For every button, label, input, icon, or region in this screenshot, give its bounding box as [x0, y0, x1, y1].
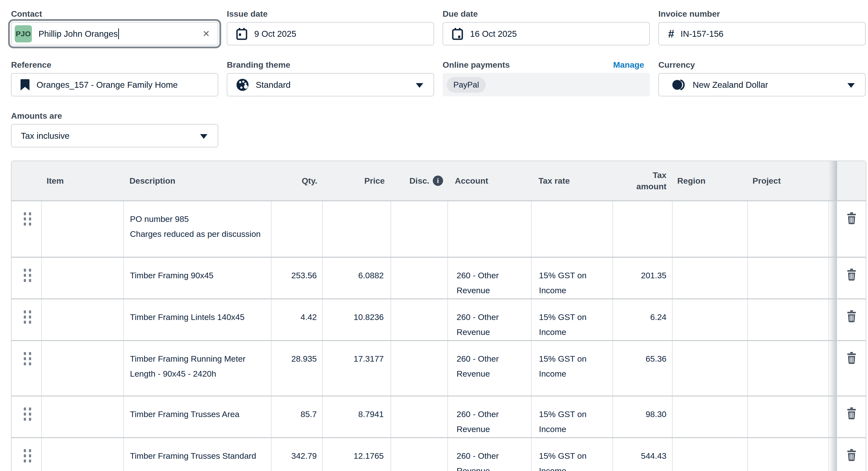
paypal-badge: PayPal [447, 77, 486, 93]
cell-account[interactable]: 260 - Other Revenue [447, 438, 531, 471]
scrollbar-track[interactable] [829, 201, 837, 257]
scrollbar-track[interactable] [829, 300, 837, 340]
cell-item[interactable] [41, 438, 123, 471]
cell-tax-rate[interactable]: 15% GST on Income [531, 438, 613, 471]
drag-handle-icon[interactable] [24, 310, 41, 324]
cell-tax-rate[interactable]: 15% GST on Income [531, 258, 613, 299]
cell-region[interactable] [672, 300, 747, 340]
cell-price[interactable]: 8.7941 [322, 397, 391, 437]
cell-project[interactable] [747, 300, 829, 340]
amounts-are-select[interactable]: Tax inclusive [11, 124, 218, 147]
cell-item[interactable] [41, 201, 123, 257]
drag-handle-icon[interactable] [24, 269, 41, 282]
drag-handle-icon[interactable] [24, 449, 41, 463]
cell-account[interactable]: 260 - Other Revenue [447, 341, 531, 396]
cell-item[interactable] [41, 300, 123, 340]
invoice-number-field: Invoice number # IN-157-156 [658, 9, 866, 45]
due-date-input[interactable]: 16 Oct 2025 [442, 22, 650, 45]
due-date-field: Due date 16 Oct 2025 [442, 9, 650, 45]
cell-qty[interactable]: 28.935 [271, 341, 322, 396]
cell-tax-rate[interactable] [531, 201, 613, 257]
cell-item[interactable] [41, 397, 123, 437]
cell-qty[interactable]: 85.7 [271, 397, 322, 437]
cell-account[interactable]: 260 - Other Revenue [447, 300, 531, 340]
cell-item[interactable] [41, 341, 123, 396]
trash-icon[interactable] [846, 351, 858, 364]
cell-region[interactable] [672, 397, 747, 437]
cell-account[interactable]: 260 - Other Revenue [447, 397, 531, 437]
scrollbar-track[interactable] [829, 397, 837, 437]
currency-select[interactable]: New Zealand Dollar [658, 73, 866, 96]
cell-account[interactable] [447, 201, 531, 257]
cell-disc[interactable] [391, 201, 447, 257]
cell-price[interactable]: 6.0882 [322, 258, 391, 299]
cell-qty[interactable]: 4.42 [271, 300, 322, 340]
trash-icon[interactable] [846, 268, 858, 281]
cell-project[interactable] [747, 341, 829, 396]
contact-input[interactable]: PJO Phillip John Oranges ✕ [11, 22, 218, 45]
cell-tax-amount[interactable] [613, 201, 672, 257]
cell-tax-amount[interactable]: 201.35 [613, 258, 672, 299]
cell-disc[interactable] [391, 397, 447, 437]
cell-tax-rate[interactable]: 15% GST on Income [531, 341, 613, 396]
cell-price[interactable]: 17.3177 [322, 341, 391, 396]
drag-handle-icon[interactable] [24, 352, 41, 365]
scrollbar-track[interactable] [829, 438, 837, 471]
cell-tax-amount[interactable]: 65.36 [613, 341, 672, 396]
branding-theme-select[interactable]: Standard [227, 73, 434, 96]
cell-item[interactable] [41, 258, 123, 299]
drag-handle-icon[interactable] [24, 212, 41, 226]
issue-date-field: Issue date 9 Oct 2025 [227, 9, 434, 45]
drag-handle-icon[interactable] [24, 408, 41, 421]
cell-region[interactable] [672, 341, 747, 396]
cell-account[interactable]: 260 - Other Revenue [447, 258, 531, 299]
cell-tax-amount[interactable]: 544.43 [613, 438, 672, 471]
cell-project[interactable] [747, 201, 829, 257]
trash-icon[interactable] [846, 212, 858, 224]
cell-project[interactable] [747, 438, 829, 471]
cell-description[interactable]: Timber Framing Running Meter Length - 90… [123, 341, 271, 396]
cell-tax-amount[interactable]: 6.24 [613, 300, 672, 340]
cell-region[interactable] [672, 438, 747, 471]
reference-input[interactable]: Oranges_157 - Orange Family Home [11, 73, 218, 96]
clear-contact-icon[interactable]: ✕ [203, 29, 210, 39]
cell-qty[interactable]: 253.56 [271, 258, 322, 299]
manage-link[interactable]: Manage [613, 60, 650, 70]
cell-disc[interactable] [391, 341, 447, 396]
cell-qty[interactable] [271, 201, 322, 257]
cell-description[interactable]: PO number 985 Charges reduced as per dis… [123, 201, 271, 257]
issue-date-input[interactable]: 9 Oct 2025 [227, 22, 434, 45]
cell-project[interactable] [747, 397, 829, 437]
cell-region[interactable] [672, 201, 747, 257]
trash-icon[interactable] [846, 448, 858, 461]
table-row: Timber Framing Trusses Standard 342.79 1… [11, 437, 866, 471]
info-icon[interactable]: i [433, 176, 443, 186]
cell-price[interactable]: 12.1765 [322, 438, 391, 471]
cell-project[interactable] [747, 258, 829, 299]
palette-icon [236, 78, 249, 92]
trash-icon[interactable] [846, 407, 858, 419]
cell-qty[interactable]: 342.79 [271, 438, 322, 471]
due-date-value: 16 Oct 2025 [470, 29, 517, 39]
cell-tax-amount[interactable]: 98.30 [613, 397, 672, 437]
cell-description[interactable]: Timber Framing Trusses Area [123, 397, 271, 437]
cell-description[interactable]: Timber Framing Trusses Standard [123, 438, 271, 471]
cell-price[interactable]: 10.8236 [322, 300, 391, 340]
cell-price[interactable] [322, 201, 391, 257]
cell-description[interactable]: Timber Framing 90x45 [123, 258, 271, 299]
chevron-down-icon [416, 83, 423, 88]
scrollbar-track[interactable] [829, 341, 837, 396]
table-row: Timber Framing Lintels 140x45 4.42 10.82… [11, 299, 866, 340]
cell-disc[interactable] [391, 300, 447, 340]
cell-region[interactable] [672, 258, 747, 299]
scrollbar-track[interactable] [829, 161, 837, 200]
due-date-label: Due date [442, 9, 650, 19]
scrollbar-track[interactable] [829, 258, 837, 299]
invoice-number-input[interactable]: # IN-157-156 [658, 22, 866, 45]
cell-disc[interactable] [391, 258, 447, 299]
cell-disc[interactable] [391, 438, 447, 471]
cell-tax-rate[interactable]: 15% GST on Income [531, 300, 613, 340]
cell-tax-rate[interactable]: 15% GST on Income [531, 397, 613, 437]
trash-icon[interactable] [846, 310, 858, 322]
cell-description[interactable]: Timber Framing Lintels 140x45 [123, 300, 271, 340]
